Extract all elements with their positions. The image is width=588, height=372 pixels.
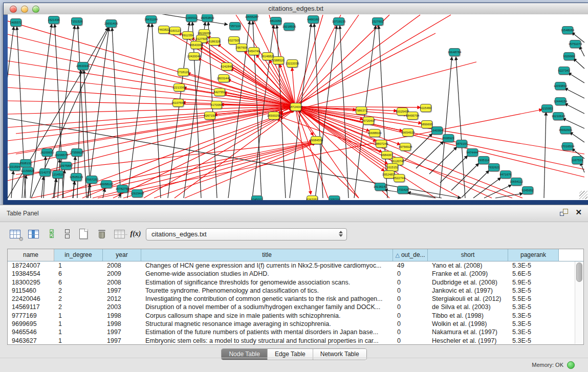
graph-node[interactable]: 15720407 — [363, 117, 374, 125]
graph-node[interactable]: 2935114 — [478, 156, 489, 164]
column-header-out_degree[interactable]: △out_de... — [393, 249, 428, 261]
graph-node[interactable]: 26200650 — [41, 148, 53, 157]
graph-node[interactable]: 11548084 — [562, 26, 573, 34]
graph-node[interactable]: 6879197 — [456, 140, 467, 148]
graph-node[interactable]: 10719135 — [333, 17, 344, 26]
column-header-in_degree[interactable]: in_degree — [54, 249, 103, 261]
column-header-short[interactable]: short — [428, 249, 508, 261]
graph-node[interactable]: 19218506 — [284, 23, 295, 31]
network-canvas[interactable]: 2405572152143671515262069140618431184106… — [8, 14, 588, 200]
graph-node[interactable]: 8813054 — [270, 17, 281, 25]
graph-node[interactable]: 8242848 — [221, 62, 232, 71]
graph-node[interactable]: 14136141 — [375, 183, 386, 191]
graph-node[interactable]: 2718120 — [178, 68, 189, 76]
graph-node[interactable]: 1521436 — [48, 16, 59, 24]
delete-table-button[interactable] — [113, 227, 126, 240]
table-row[interactable]: 1872400712008Changes of HCN gene express… — [8, 261, 583, 270]
graph-node[interactable]: 8938923 — [443, 134, 454, 142]
graph-node[interactable]: 8522744 — [394, 174, 405, 182]
graph-node[interactable]: 17016504 — [562, 142, 573, 150]
graph-node[interactable]: 9684067 — [381, 151, 393, 159]
graph-node[interactable]: 19384554 — [311, 136, 322, 144]
row-options-button[interactable] — [60, 227, 74, 240]
graph-node[interactable]: 9160123 — [169, 27, 181, 35]
table-scrollbar-thumb[interactable] — [576, 262, 582, 282]
graph-node[interactable]: 16543362 — [190, 41, 202, 49]
table-mode-button[interactable]: ⚙ — [8, 227, 21, 240]
graph-node[interactable]: 12156823 — [22, 167, 33, 175]
graph-node[interactable]: 10655287 — [246, 14, 257, 21]
graph-node[interactable]: 7632621 — [488, 163, 499, 171]
graph-node[interactable]: 8471676 — [500, 170, 511, 179]
graph-node[interactable]: 1640954 — [431, 126, 443, 135]
graph-node[interactable]: 1527602 — [372, 17, 383, 26]
graph-node[interactable]: 1588520 — [273, 56, 284, 64]
graph-node[interactable]: 8215953 — [541, 104, 553, 113]
graph-node[interactable]: 26146821 — [262, 52, 273, 60]
close-panel-icon[interactable]: ✕ — [575, 209, 582, 216]
graph-node[interactable]: 9245012 — [251, 195, 263, 200]
graph-node[interactable]: 16210643 — [553, 112, 564, 120]
graph-node[interactable]: 19654923 — [402, 128, 413, 137]
graph-node[interactable]: 7357224 — [229, 22, 241, 30]
create-column-button[interactable] — [77, 227, 90, 240]
graph-node[interactable]: 7151526 — [71, 17, 82, 26]
graph-node[interactable]: 17359928 — [71, 148, 82, 157]
graph-node[interactable]: 18807249 — [376, 140, 387, 148]
table-row[interactable]: 2242004622012Investigating the contribut… — [8, 295, 583, 303]
table-row[interactable]: 946362711997Embryonic stem cells: a mode… — [8, 337, 583, 345]
graph-node[interactable]: 16107554 — [172, 99, 184, 107]
column-header-year[interactable]: year — [103, 249, 141, 261]
graph-node[interactable]: 12444154 — [555, 97, 566, 105]
function-builder-button[interactable]: f(x) — [129, 227, 142, 240]
graph-node[interactable]: 8508132 — [20, 159, 31, 167]
graph-node[interactable]: 9245652 — [522, 186, 533, 194]
column-header-title[interactable]: title — [141, 249, 393, 261]
graph-node[interactable]: 1214519 — [52, 170, 63, 179]
table-row[interactable]: 1938455462009Genome-wide association stu… — [8, 270, 583, 278]
select-columns-button[interactable]: ☑☑ — [45, 227, 58, 240]
graph-node[interactable]: 8912354 — [182, 31, 193, 39]
graph-node[interactable]: 2967608 — [236, 43, 247, 52]
table-row[interactable]: 1456911722003Disruption of a novel membe… — [8, 303, 583, 311]
graph-node[interactable]: 1065532 — [186, 14, 197, 22]
graph-node[interactable]: 9474444 — [467, 148, 478, 157]
graph-node[interactable]: 8267051 — [307, 195, 318, 200]
graph-node[interactable]: 18495794 — [407, 112, 418, 120]
float-panel-icon[interactable] — [560, 209, 568, 216]
graph-node[interactable]: 1167533 — [572, 156, 583, 164]
graph-node[interactable]: 16958107 — [101, 180, 112, 188]
graph-node[interactable]: 8186328 — [209, 37, 220, 46]
graph-node[interactable]: 7463822 — [158, 26, 169, 34]
graph-node[interactable]: 1733426 — [397, 186, 408, 194]
column-header-pagerank[interactable]: pagerank — [508, 249, 559, 261]
graph-node[interactable]: 12093832 — [555, 82, 566, 90]
graph-node[interactable]: 18431184 — [145, 15, 157, 24]
graph-node[interactable]: 22420044 — [188, 52, 200, 60]
column-header-name[interactable]: name — [8, 249, 54, 261]
graph-node[interactable]: 18300295 — [268, 112, 279, 120]
graph-node[interactable]: 15992901 — [560, 126, 571, 134]
graph-node[interactable]: 331594 — [9, 163, 20, 171]
graph-node[interactable]: 16053809 — [202, 14, 213, 22]
table-row[interactable]: 1830029562008Estimation of significance … — [8, 278, 583, 287]
graph-hub-node[interactable]: 18724007 — [290, 103, 301, 111]
table-row[interactable]: 969969511998Structural magnetic resonanc… — [8, 320, 583, 328]
graph-node[interactable]: 17957253 — [86, 176, 97, 184]
graph-node[interactable]: 10688609 — [369, 129, 380, 137]
graph-node[interactable]: 8454749 — [248, 47, 259, 55]
graph-node[interactable]: 20206576 — [56, 151, 67, 159]
graph-node[interactable]: 9115460 — [420, 104, 431, 112]
graph-node[interactable]: 16648784 — [449, 48, 460, 56]
graph-node[interactable]: 12923468 — [132, 189, 143, 198]
graph-node[interactable]: 2405572 — [10, 18, 21, 27]
table-selector-dropdown[interactable]: citations_edges.txt — [146, 228, 347, 240]
graph-node[interactable]: 9227343 — [558, 67, 570, 75]
graph-node[interactable]: 16782759 — [117, 185, 128, 193]
table-row[interactable]: 946554611997Estimation of the future num… — [8, 328, 583, 336]
graph-node[interactable]: 28031442 — [218, 74, 229, 82]
graph-node[interactable]: 4170066 — [211, 101, 222, 109]
graph-node[interactable]: 8427552 — [214, 88, 225, 96]
show-columns-button[interactable] — [27, 227, 40, 240]
graph-node[interactable]: 13222036 — [287, 59, 298, 68]
